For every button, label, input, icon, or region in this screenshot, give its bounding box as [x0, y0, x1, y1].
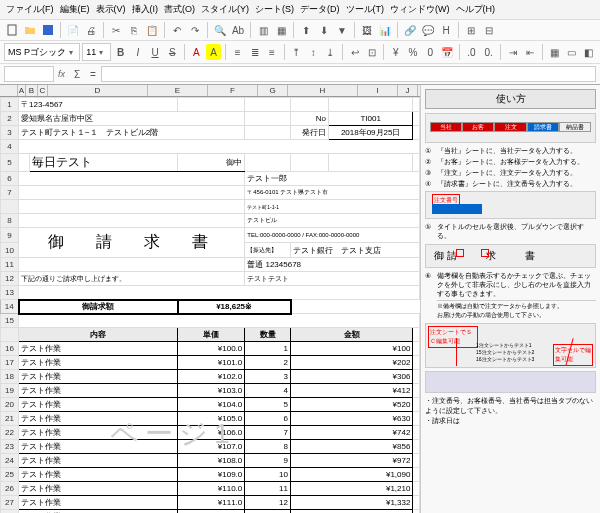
border-icon[interactable]: ▦ — [547, 44, 562, 60]
menu-edit[interactable]: 編集(E) — [58, 2, 92, 17]
cell-price[interactable]: ¥110.0 — [178, 482, 245, 496]
cell-price[interactable]: ¥111.0 — [178, 496, 245, 510]
valign-bot-icon[interactable]: ⤓ — [323, 44, 338, 60]
invoice-title[interactable]: 御 請 求 書 — [21, 228, 242, 257]
decimal-dec-icon[interactable]: 0. — [481, 44, 496, 60]
cell-qty[interactable]: 10 — [245, 468, 291, 482]
merge-icon[interactable]: ⊡ — [364, 44, 379, 60]
font-select[interactable]: MS Pゴシック — [4, 43, 80, 61]
menu-tool[interactable]: ツール(T) — [344, 2, 387, 17]
cut-icon[interactable]: ✂ — [108, 22, 124, 38]
freeze-icon[interactable]: ⊞ — [463, 22, 479, 38]
row-header[interactable]: 23 — [1, 440, 19, 454]
row-header[interactable]: 18 — [1, 370, 19, 384]
cell-qty[interactable]: 2 — [245, 356, 291, 370]
cell-qty[interactable]: 9 — [245, 454, 291, 468]
row-header[interactable]: 20 — [1, 398, 19, 412]
underline-icon[interactable]: U — [147, 44, 162, 60]
row-header[interactable]: 17 — [1, 356, 19, 370]
bold-icon[interactable]: B — [113, 44, 128, 60]
align-right-icon[interactable]: ≡ — [264, 44, 279, 60]
italic-icon[interactable]: I — [130, 44, 145, 60]
cell-postal[interactable]: 〒123-4567 — [19, 98, 178, 112]
cell-price[interactable]: ¥109.0 — [178, 468, 245, 482]
spellcheck-icon[interactable]: Ab — [230, 22, 246, 38]
cell-price[interactable]: ¥106.0 — [178, 426, 245, 440]
image-icon[interactable]: 🖼 — [359, 22, 375, 38]
valign-mid-icon[interactable]: ↕ — [306, 44, 321, 60]
cell-desc[interactable]: テスト作業 — [19, 398, 178, 412]
menu-view[interactable]: 表示(V) — [94, 2, 128, 17]
sort-asc-icon[interactable]: ⬆ — [298, 22, 314, 38]
row-header[interactable]: 27 — [1, 496, 19, 510]
cell-desc[interactable]: テスト作業 — [19, 496, 178, 510]
undo-icon[interactable]: ↶ — [169, 22, 185, 38]
cell-price[interactable]: ¥101.0 — [178, 356, 245, 370]
cell-price[interactable]: ¥100.0 — [178, 342, 245, 356]
row-header[interactable]: 28 — [1, 510, 19, 514]
filter-icon[interactable]: ▼ — [334, 22, 350, 38]
total-value[interactable]: ¥18,625※ — [178, 300, 291, 314]
column-headers[interactable]: ABCDEFGHIJ — [0, 85, 420, 97]
spreadsheet-area[interactable]: ABCDEFGHIJ 1〒123-4567 2愛知県名古屋市中区NoTI001 … — [0, 85, 420, 513]
cell-amount[interactable]: ¥1,210 — [291, 482, 413, 496]
redo-icon[interactable]: ↷ — [187, 22, 203, 38]
header-icon[interactable]: H — [438, 22, 454, 38]
cell-qty[interactable]: 8 — [245, 440, 291, 454]
cell-qty[interactable]: 1 — [245, 342, 291, 356]
align-left-icon[interactable]: ≡ — [230, 44, 245, 60]
name-box[interactable] — [4, 66, 54, 82]
cell-qty[interactable]: 6 — [245, 412, 291, 426]
menu-file[interactable]: ファイル(F) — [4, 2, 56, 17]
menu-insert[interactable]: 挿入(I) — [130, 2, 161, 17]
date-icon[interactable]: 📅 — [440, 44, 455, 60]
new-icon[interactable] — [4, 22, 20, 38]
cell-desc[interactable]: テスト作業 — [19, 426, 178, 440]
col-icon[interactable]: ▦ — [273, 22, 289, 38]
cell-amount[interactable]: ¥742 — [291, 426, 413, 440]
menu-data[interactable]: データ(D) — [298, 2, 342, 17]
strike-icon[interactable]: S — [165, 44, 180, 60]
cell-amount[interactable]: ¥630 — [291, 412, 413, 426]
row-header[interactable]: 22 — [1, 426, 19, 440]
split-icon[interactable]: ⊟ — [481, 22, 497, 38]
row-header[interactable]: 26 — [1, 482, 19, 496]
currency-icon[interactable]: ¥ — [388, 44, 403, 60]
indent-inc-icon[interactable]: ⇥ — [505, 44, 520, 60]
cell-amount[interactable]: ¥1,332 — [291, 496, 413, 510]
pdf-icon[interactable]: 📄 — [65, 22, 81, 38]
cell-desc[interactable]: テスト作業 — [19, 510, 178, 514]
cell-amount[interactable]: ¥1,456 — [291, 510, 413, 514]
cell-desc[interactable]: テスト作業 — [19, 384, 178, 398]
equals-icon[interactable]: = — [85, 66, 101, 82]
cell-amount[interactable]: ¥412 — [291, 384, 413, 398]
cell-desc[interactable]: テスト作業 — [19, 412, 178, 426]
menu-sheet[interactable]: シート(S) — [253, 2, 296, 17]
sum-icon[interactable]: Σ — [69, 66, 85, 82]
valign-top-icon[interactable]: ⤒ — [289, 44, 304, 60]
number-icon[interactable]: 0 — [423, 44, 438, 60]
cell-qty[interactable]: 4 — [245, 384, 291, 398]
formula-input[interactable] — [101, 66, 596, 82]
cell-desc[interactable]: テスト作業 — [19, 440, 178, 454]
cell-qty[interactable]: 7 — [245, 426, 291, 440]
cell-addr2[interactable]: テスト町テスト１−１ テストビル2階 — [19, 126, 245, 140]
cell-price[interactable]: ¥105.0 — [178, 412, 245, 426]
menu-help[interactable]: ヘルプ(H) — [454, 2, 498, 17]
border-color-icon[interactable]: ◧ — [581, 44, 596, 60]
fx-icon[interactable]: fx — [58, 69, 65, 79]
cell-qty[interactable]: 12 — [245, 496, 291, 510]
row-icon[interactable]: ▥ — [255, 22, 271, 38]
cell-price[interactable]: ¥103.0 — [178, 384, 245, 398]
cell-qty[interactable]: 3 — [245, 370, 291, 384]
font-color-icon[interactable]: A — [189, 44, 204, 60]
cell-desc[interactable]: テスト作業 — [19, 454, 178, 468]
row-header[interactable]: 25 — [1, 468, 19, 482]
cell-price[interactable]: ¥112.0 — [178, 510, 245, 514]
comment-icon[interactable]: 💬 — [420, 22, 436, 38]
indent-dec-icon[interactable]: ⇤ — [522, 44, 537, 60]
cell-amount[interactable]: ¥520 — [291, 398, 413, 412]
size-select[interactable]: 11 — [82, 43, 111, 61]
save-icon[interactable] — [40, 22, 56, 38]
cell-addr1[interactable]: 愛知県名古屋市中区 — [19, 112, 245, 126]
